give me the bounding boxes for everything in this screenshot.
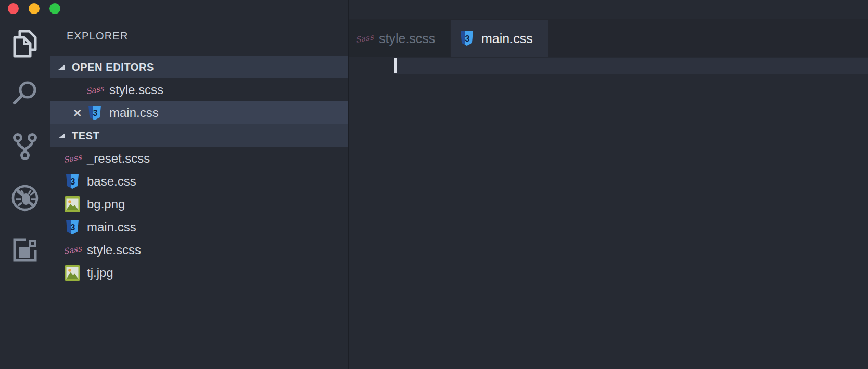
sass-icon: Sass: [86, 81, 103, 99]
tab-label: style.scss: [379, 31, 435, 46]
file-item--reset-scss[interactable]: Sass_reset.scss: [50, 147, 348, 170]
file-name: style.scss: [109, 83, 163, 97]
css-icon: 3: [458, 29, 475, 48]
file-item-base-css[interactable]: 3base.css: [50, 170, 348, 193]
text-cursor: [394, 58, 397, 73]
svg-text:3: 3: [71, 177, 75, 186]
activity-item-debug[interactable]: [0, 182, 50, 216]
file-name: base.css: [87, 174, 136, 189]
svg-text:3: 3: [465, 34, 470, 43]
current-line-highlight: [394, 58, 868, 74]
file-name: _reset.scss: [87, 151, 150, 166]
activity-item-source-control[interactable]: [0, 131, 50, 164]
sass-icon: Sass: [356, 29, 373, 48]
file-item-style-scss[interactable]: Sassstyle.scss: [50, 239, 348, 261]
close-icon[interactable]: ✕: [73, 108, 86, 118]
titlebar[interactable]: [0, 0, 868, 19]
section-header-label: TEST: [72, 130, 100, 142]
file-name: main.css: [87, 220, 136, 234]
traffic-light-minimize[interactable]: [29, 3, 40, 14]
image-icon: [64, 263, 81, 282]
sass-icon: Sass: [64, 241, 81, 259]
image-icon: [64, 195, 81, 214]
svg-text:3: 3: [93, 109, 98, 117]
css-icon: 3: [86, 103, 103, 122]
section-header-test[interactable]: TEST: [50, 124, 348, 147]
svg-text:3: 3: [71, 223, 75, 232]
traffic-light-zoom[interactable]: [49, 3, 60, 14]
traffic-light-close[interactable]: [8, 3, 19, 14]
section-header-open-editors[interactable]: OPEN EDITORS: [50, 56, 348, 78]
section-header-label: OPEN EDITORS: [72, 61, 154, 73]
page-title: EXPLORER: [67, 30, 129, 42]
activity-bar: [0, 19, 50, 369]
editor-column: Sassstyle.scss3main.css: [349, 19, 868, 369]
sass-icon: Sass: [64, 149, 81, 168]
extensions-icon: [11, 236, 39, 266]
search-icon: [11, 79, 39, 108]
activity-item-extensions[interactable]: [0, 234, 50, 268]
chevron-expanded-icon: [58, 64, 65, 70]
sidebar-rows: OPEN EDITORSSassstyle.scss✕3main.cssTEST…: [50, 56, 348, 284]
css-icon: 3: [64, 218, 81, 236]
activity-item-search[interactable]: [0, 77, 50, 110]
file-name: bg.png: [87, 197, 125, 212]
debug-disabled-icon: [11, 184, 39, 214]
css-icon: 3: [64, 172, 81, 191]
tab-bar: Sassstyle.scss3main.css: [349, 19, 868, 57]
file-item-tj-jpg[interactable]: tj.jpg: [50, 261, 348, 284]
explorer-sidebar: EXPLORER OPEN EDITORSSassstyle.scss✕3mai…: [50, 19, 348, 369]
file-item-bg-png[interactable]: bg.png: [50, 193, 348, 216]
tab-label: main.css: [481, 31, 533, 46]
vscode-window: EXPLORER OPEN EDITORSSassstyle.scss✕3mai…: [0, 0, 868, 369]
file-name: tj.jpg: [87, 266, 113, 280]
activity-item-explorer[interactable]: [0, 28, 50, 61]
file-item-main-css[interactable]: 3main.css: [50, 216, 348, 239]
file-name: main.css: [109, 106, 159, 120]
git-branch-icon: [12, 133, 37, 163]
open-editor-item-style-scss[interactable]: Sassstyle.scss: [50, 78, 348, 101]
chevron-expanded-icon: [58, 133, 65, 138]
tab-main-css[interactable]: 3main.css: [451, 20, 548, 57]
file-name: style.scss: [87, 243, 141, 257]
editor-pane[interactable]: [349, 57, 868, 369]
open-editor-item-main-css[interactable]: ✕3main.css: [50, 101, 348, 124]
tab-style-scss[interactable]: Sassstyle.scss: [349, 20, 450, 57]
files-icon: [12, 30, 38, 60]
